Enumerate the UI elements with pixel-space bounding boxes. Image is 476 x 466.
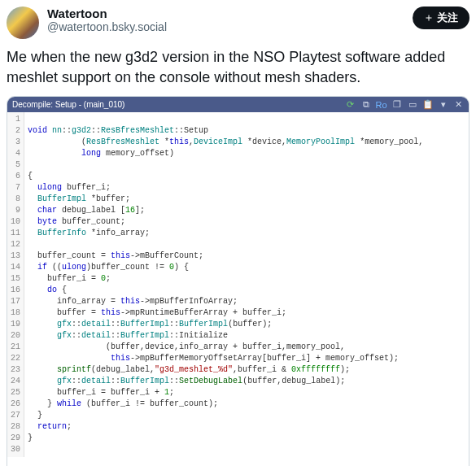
refresh-icon[interactable]: ⟳ xyxy=(345,99,356,110)
save-icon[interactable]: ▭ xyxy=(407,99,417,110)
avatar[interactable] xyxy=(7,7,39,39)
follow-button[interactable]: 关注 xyxy=(413,7,469,29)
post-header: Watertoon @watertoon.bsky.social 关注 xyxy=(7,7,469,39)
copy-icon[interactable]: ❐ xyxy=(391,99,402,110)
plus-icon xyxy=(424,13,434,23)
editor-tabbar: Decompile: Setup - (main_010) ⟳ ⧉ Ro ❐ ▭… xyxy=(7,97,469,112)
ro-icon[interactable]: Ro xyxy=(376,99,386,110)
tab-label: Decompile: Setup - (main_010) xyxy=(12,100,124,109)
close-icon[interactable]: ✕ xyxy=(453,99,464,110)
clipboard-icon[interactable]: 📋 xyxy=(422,99,433,110)
code-content: void nn::g3d2::ResBfresMeshlet::Setup (R… xyxy=(24,112,469,457)
dropdown-icon[interactable]: ▾ xyxy=(438,99,448,110)
follow-label: 关注 xyxy=(437,11,458,25)
post-body: Me when the new g3d2 version in the NSO … xyxy=(7,47,469,88)
code-attachment[interactable]: Decompile: Setup - (main_010) ⟳ ⧉ Ro ❐ ▭… xyxy=(7,96,469,466)
display-name: Watertoon xyxy=(47,7,404,20)
code-area: 1234567891011121314151617181920212223242… xyxy=(7,112,469,457)
user-block[interactable]: Watertoon @watertoon.bsky.social xyxy=(47,7,404,33)
line-gutter: 1234567891011121314151617181920212223242… xyxy=(7,112,24,457)
user-handle: @watertoon.bsky.social xyxy=(47,20,404,33)
tool-icon-1[interactable]: ⧉ xyxy=(360,99,371,110)
post-container: Watertoon @watertoon.bsky.social 关注 Me w… xyxy=(0,0,476,466)
code-blank-area xyxy=(7,457,469,466)
